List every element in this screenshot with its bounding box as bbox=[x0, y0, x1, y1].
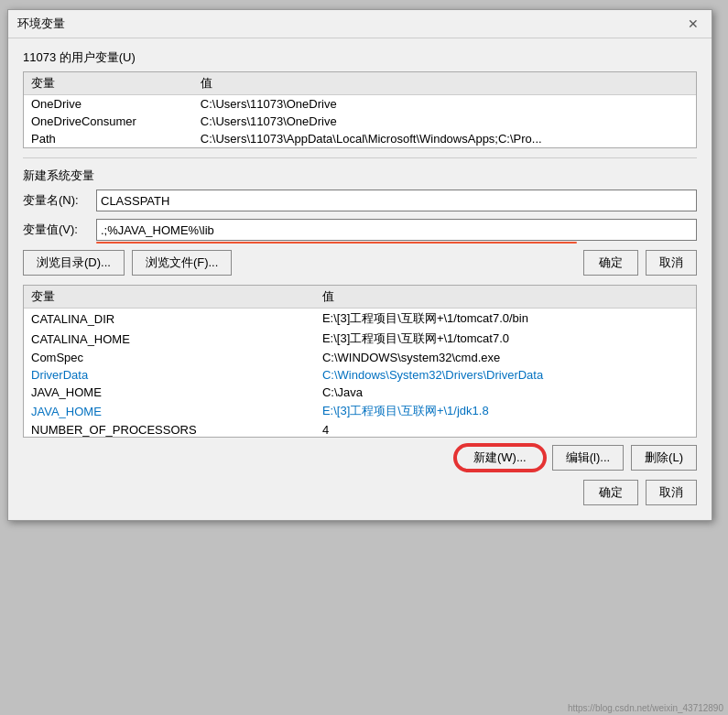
sys-row-var: CATALINA_HOME bbox=[24, 329, 315, 349]
sys-row-val: E:\[3]工程项目\互联网+\1/tomcat7.0/bin bbox=[315, 309, 696, 330]
sys-row-var: NUMBER_OF_PROCESSORS bbox=[24, 421, 315, 437]
sys-table-col-val: 值 bbox=[315, 286, 696, 309]
dialog-title: 环境变量 bbox=[17, 16, 65, 32]
table-row[interactable]: JAVA_HOME E:\[3]工程项目\互联网+\1/jdk1.8 bbox=[24, 401, 696, 421]
form-cancel-button[interactable]: 取消 bbox=[646, 250, 697, 276]
sys-row-val: C:\Java bbox=[315, 384, 696, 401]
var-val-input[interactable] bbox=[96, 219, 697, 241]
var-val-label: 变量值(V): bbox=[23, 222, 96, 238]
form-ok-button[interactable]: 确定 bbox=[583, 250, 638, 276]
browse-dir-button[interactable]: 浏览目录(D)... bbox=[23, 250, 125, 276]
user-vars-table-container: 变量 值 OneDrive C:\Users\11073\OneDrive On… bbox=[23, 71, 697, 148]
table-row[interactable]: DriverData C:\Windows\System32\Drivers\D… bbox=[24, 366, 696, 384]
sys-row-var: JAVA_HOME bbox=[24, 401, 315, 421]
user-table-col-var: 变量 bbox=[24, 72, 193, 95]
user-vars-title: 11073 的用户变量(U) bbox=[23, 49, 697, 66]
var-val-row: 变量值(V): bbox=[23, 219, 697, 241]
sys-row-val: E:\[3]工程项目\互联网+\1/jdk1.8 bbox=[315, 401, 696, 421]
environment-variables-dialog: 环境变量 ✕ 11073 的用户变量(U) 变量 值 OneDrive C:\U… bbox=[7, 9, 712, 521]
dialog-body: 11073 的用户变量(U) 变量 值 OneDrive C:\Users\11… bbox=[8, 38, 712, 520]
table-row[interactable]: JAVA_HOME C:\Java bbox=[24, 384, 696, 401]
var-name-row: 变量名(N): bbox=[23, 190, 697, 211]
sys-row-var: JAVA_HOME bbox=[24, 384, 315, 401]
sys-row-val: C:\WINDOWS\system32\cmd.exe bbox=[315, 349, 696, 366]
delete-sys-var-button[interactable]: 删除(L) bbox=[631, 445, 697, 471]
bottom-actions: 确定 取消 bbox=[23, 480, 697, 509]
user-row-var: OneDrive bbox=[24, 95, 193, 114]
table-row[interactable]: CATALINA_DIR E:\[3]工程项目\互联网+\1/tomcat7.0… bbox=[24, 309, 696, 330]
sys-vars-container: 变量 值 CATALINA_DIR E:\[3]工程项目\互联网+\1/tomc… bbox=[23, 285, 697, 438]
table-row[interactable]: OneDriveConsumer C:\Users\11073\OneDrive bbox=[24, 113, 696, 130]
var-name-label: 变量名(N): bbox=[23, 192, 96, 209]
table-row[interactable]: CATALINA_HOME E:\[3]工程项目\互联网+\1/tomcat7.… bbox=[24, 329, 696, 349]
sys-row-val: E:\[3]工程项目\互联网+\1/tomcat7.0 bbox=[315, 329, 696, 349]
user-table-col-val: 值 bbox=[193, 72, 696, 95]
divider-1 bbox=[23, 157, 697, 158]
sys-vars-table: 变量 值 CATALINA_DIR E:\[3]工程项目\互联网+\1/tomc… bbox=[24, 286, 696, 437]
sys-vars-scroll[interactable]: 变量 值 CATALINA_DIR E:\[3]工程项目\互联网+\1/tomc… bbox=[24, 286, 696, 437]
title-bar: 环境变量 ✕ bbox=[8, 10, 712, 38]
table-row[interactable]: NUMBER_OF_PROCESSORS 4 bbox=[24, 421, 696, 437]
sys-row-var: CATALINA_DIR bbox=[24, 309, 315, 330]
user-row-val: C:\Users\11073\OneDrive bbox=[193, 113, 696, 130]
sys-row-var: ComSpec bbox=[24, 349, 315, 366]
table-row[interactable]: Path C:\Users\11073\AppData\Local\Micros… bbox=[24, 130, 696, 147]
bottom-ok-button[interactable]: 确定 bbox=[583, 480, 638, 505]
bottom-cancel-button[interactable]: 取消 bbox=[646, 480, 697, 505]
new-sys-var-section: 新建系统变量 变量名(N): 变量值(V): bbox=[23, 168, 697, 241]
var-name-input[interactable] bbox=[96, 190, 697, 211]
table-row[interactable]: OneDrive C:\Users\11073\OneDrive bbox=[24, 95, 696, 114]
user-row-val: C:\Users\11073\OneDrive bbox=[193, 95, 696, 114]
sys-row-val: C:\Windows\System32\Drivers\DriverData bbox=[315, 366, 696, 384]
sys-row-var: DriverData bbox=[24, 366, 315, 384]
watermark: https://blog.csdn.net/weixin_43712890 bbox=[568, 703, 723, 713]
sys-table-col-var: 变量 bbox=[24, 286, 315, 309]
user-vars-table: 变量 值 OneDrive C:\Users\11073\OneDrive On… bbox=[24, 72, 696, 147]
user-row-var: OneDriveConsumer bbox=[24, 113, 193, 130]
edit-sys-var-button[interactable]: 编辑(l)... bbox=[552, 445, 624, 471]
close-button[interactable]: ✕ bbox=[684, 16, 702, 31]
form-button-row: 浏览目录(D)... 浏览文件(F)... 确定 取消 bbox=[23, 250, 697, 276]
table-row[interactable]: ComSpec C:\WINDOWS\system32\cmd.exe bbox=[24, 349, 696, 366]
new-sys-var-title: 新建系统变量 bbox=[23, 168, 697, 184]
user-row-val: C:\Users\11073\AppData\Local\Microsoft\W… bbox=[193, 130, 696, 147]
sys-env-actions: 新建(W)... 编辑(l)... 删除(L) bbox=[23, 445, 697, 471]
browse-file-button[interactable]: 浏览文件(F)... bbox=[132, 250, 232, 276]
new-sys-var-button[interactable]: 新建(W)... bbox=[455, 445, 545, 471]
user-row-var: Path bbox=[24, 130, 193, 147]
sys-row-val: 4 bbox=[315, 421, 696, 437]
